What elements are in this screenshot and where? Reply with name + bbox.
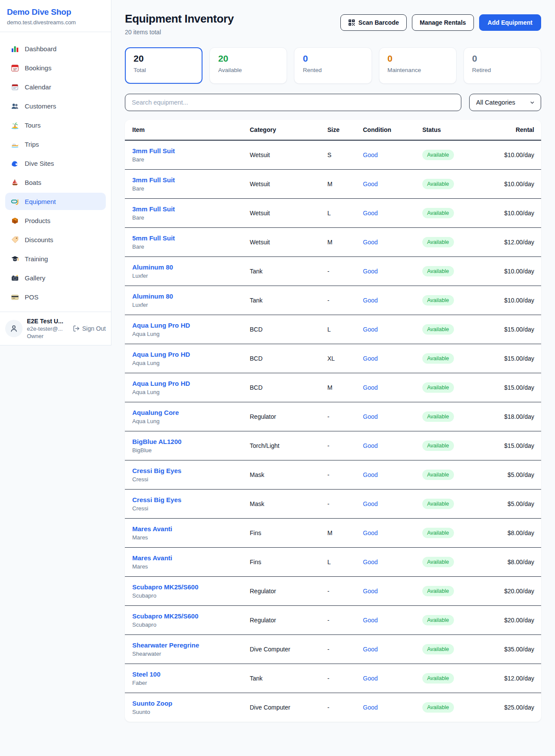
add-equipment-button[interactable]: Add Equipment bbox=[479, 14, 541, 31]
item-link[interactable]: 3mm Full Suit bbox=[132, 147, 243, 154]
nav-item-label: Discounts bbox=[25, 236, 53, 243]
item-brand: Luxfer bbox=[132, 302, 243, 308]
scan-barcode-button[interactable]: Scan Barcode bbox=[340, 14, 407, 31]
item-link[interactable]: Aqualung Core bbox=[132, 409, 243, 416]
item-link[interactable]: Aqua Lung Pro HD bbox=[132, 351, 243, 358]
stat-card-retired[interactable]: 0 Retired bbox=[464, 47, 541, 84]
item-condition-link[interactable]: Good bbox=[359, 257, 419, 286]
sidebar-item-pos[interactable]: POS bbox=[5, 288, 106, 306]
item-category: Fins bbox=[246, 519, 324, 548]
item-link[interactable]: 3mm Full Suit bbox=[132, 176, 243, 184]
item-link[interactable]: Aqua Lung Pro HD bbox=[132, 322, 243, 329]
column-header-size: Size bbox=[324, 120, 359, 140]
item-category: Mask bbox=[246, 490, 324, 519]
sidebar-item-dashboard[interactable]: Dashboard bbox=[5, 40, 106, 57]
item-link[interactable]: Aluminum 80 bbox=[132, 263, 243, 271]
item-condition-link[interactable]: Good bbox=[359, 693, 419, 722]
sidebar-item-tours[interactable]: Tours bbox=[5, 116, 106, 134]
sign-out-button[interactable]: Sign Out bbox=[73, 325, 106, 332]
item-link[interactable]: Scubapro MK25/S600 bbox=[132, 583, 243, 591]
sidebar-item-calendar[interactable]: Calendar bbox=[5, 78, 106, 95]
item-link[interactable]: Scubapro MK25/S600 bbox=[132, 612, 243, 620]
status-badge: Available bbox=[422, 557, 454, 567]
item-condition-link[interactable]: Good bbox=[359, 490, 419, 519]
sidebar-item-boats[interactable]: Boats bbox=[5, 174, 106, 191]
item-category: Mask bbox=[246, 460, 324, 490]
item-link[interactable]: Aluminum 80 bbox=[132, 293, 243, 300]
item-link[interactable]: BigBlue AL1200 bbox=[132, 438, 243, 445]
sidebar: Demo Dive Shop demo.test.divestreams.com… bbox=[0, 0, 111, 345]
item-rental-rate: $10.00/day bbox=[484, 170, 541, 199]
status-badge: Available bbox=[422, 208, 454, 218]
item-condition-link[interactable]: Good bbox=[359, 373, 419, 402]
item-link[interactable]: Mares Avanti bbox=[132, 554, 243, 562]
item-link[interactable]: Steel 100 bbox=[132, 671, 243, 678]
item-link[interactable]: Shearwater Peregrine bbox=[132, 641, 243, 649]
item-size: - bbox=[324, 402, 359, 431]
sidebar-item-discounts[interactable]: Discounts bbox=[5, 231, 106, 248]
item-condition-link[interactable]: Good bbox=[359, 315, 419, 344]
table-row: Aqua Lung Pro HD Aqua Lung BCD L Good Av… bbox=[125, 315, 541, 344]
brand-name[interactable]: Demo Dive Shop bbox=[7, 7, 104, 17]
item-size: - bbox=[324, 635, 359, 664]
item-link[interactable]: 5mm Full Suit bbox=[132, 234, 243, 242]
sidebar-item-dive-sites[interactable]: Dive Sites bbox=[5, 154, 106, 172]
sidebar-nav: Dashboard 17 Bookings Calendar Customers… bbox=[0, 32, 111, 312]
item-rental-rate: $12.00/day bbox=[484, 228, 541, 257]
item-condition-link[interactable]: Good bbox=[359, 199, 419, 228]
sidebar-item-products[interactable]: Products bbox=[5, 212, 106, 229]
item-condition-link[interactable]: Good bbox=[359, 402, 419, 431]
manage-rentals-button[interactable]: Manage Rentals bbox=[412, 14, 474, 31]
item-link[interactable]: Aqua Lung Pro HD bbox=[132, 380, 243, 387]
sidebar-item-bookings[interactable]: 17 Bookings bbox=[5, 59, 106, 76]
sidebar-item-customers[interactable]: Customers bbox=[5, 97, 106, 115]
item-link[interactable]: Cressi Big Eyes bbox=[132, 467, 243, 474]
item-condition-link[interactable]: Good bbox=[359, 140, 419, 170]
sidebar-item-equipment[interactable]: Equipment bbox=[5, 193, 106, 210]
item-brand: Aqua Lung bbox=[132, 331, 243, 337]
item-condition-link[interactable]: Good bbox=[359, 431, 419, 460]
item-condition-link[interactable]: Good bbox=[359, 344, 419, 373]
item-condition-link[interactable]: Good bbox=[359, 228, 419, 257]
item-link[interactable]: 3mm Full Suit bbox=[132, 205, 243, 213]
items-total-count: 20 items total bbox=[125, 29, 234, 36]
stat-card-available[interactable]: 20 Available bbox=[209, 47, 287, 84]
nav-item-label: Bookings bbox=[25, 64, 52, 72]
item-link[interactable]: Mares Avanti bbox=[132, 525, 243, 532]
item-size: - bbox=[324, 577, 359, 606]
item-condition-link[interactable]: Good bbox=[359, 664, 419, 693]
status-badge: Available bbox=[422, 237, 454, 247]
sidebar-item-gallery[interactable]: Gallery bbox=[5, 269, 106, 286]
filters-row: All Categories bbox=[125, 94, 541, 111]
search-input[interactable] bbox=[125, 94, 461, 111]
page-header: Equipment Inventory 20 items total Scan … bbox=[125, 12, 541, 36]
item-link[interactable]: Suunto Zoop bbox=[132, 700, 243, 707]
item-category: Wetsuit bbox=[246, 199, 324, 228]
item-rental-rate: $25.00/day bbox=[484, 693, 541, 722]
stats-row: 20 Total 20 Available 0 Rented 0 Mainten… bbox=[125, 47, 541, 84]
calendar-pad-icon bbox=[10, 82, 19, 91]
item-condition-link[interactable]: Good bbox=[359, 519, 419, 548]
stat-value: 0 bbox=[388, 53, 448, 64]
item-size: - bbox=[324, 460, 359, 490]
sidebar-item-trips[interactable]: Trips bbox=[5, 135, 106, 153]
item-link[interactable]: Cressi Big Eyes bbox=[132, 496, 243, 503]
item-condition-link[interactable]: Good bbox=[359, 548, 419, 577]
category-select[interactable]: All Categories bbox=[469, 94, 541, 111]
sidebar-item-training[interactable]: Training bbox=[5, 250, 106, 267]
avatar bbox=[5, 320, 23, 337]
table-row: Mares Avanti Mares Fins M Good Available… bbox=[125, 519, 541, 548]
item-condition-link[interactable]: Good bbox=[359, 577, 419, 606]
stat-card-total[interactable]: 20 Total bbox=[125, 47, 202, 84]
item-brand: Aqua Lung bbox=[132, 360, 243, 366]
item-condition-link[interactable]: Good bbox=[359, 460, 419, 490]
item-condition-link[interactable]: Good bbox=[359, 170, 419, 199]
item-condition-link[interactable]: Good bbox=[359, 286, 419, 315]
item-condition-link[interactable]: Good bbox=[359, 606, 419, 635]
stat-card-maintenance[interactable]: 0 Maintenance bbox=[379, 47, 457, 84]
status-badge: Available bbox=[422, 266, 454, 276]
item-condition-link[interactable]: Good bbox=[359, 635, 419, 664]
scan-barcode-label: Scan Barcode bbox=[359, 19, 399, 26]
stat-card-rented[interactable]: 0 Rented bbox=[294, 47, 372, 84]
calendar-icon: 17 bbox=[10, 63, 19, 72]
